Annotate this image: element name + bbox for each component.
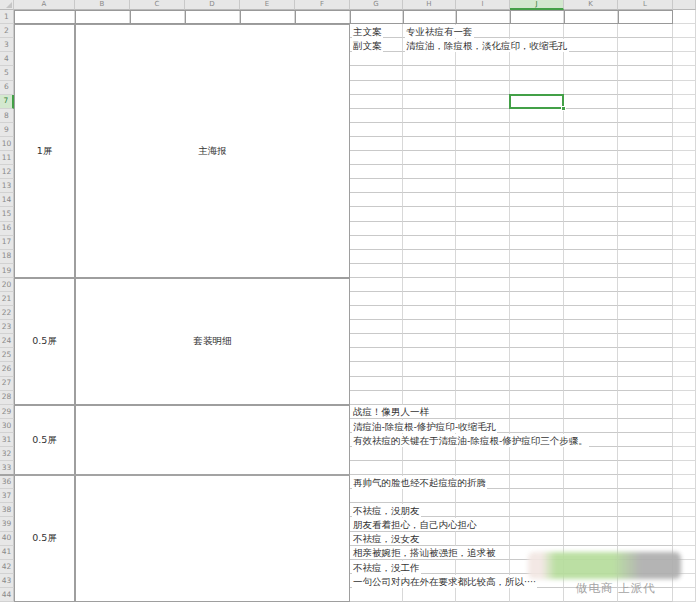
cell-M24[interactable] — [673, 334, 696, 348]
cell-M8[interactable] — [673, 109, 696, 123]
fill-handle[interactable] — [561, 106, 566, 111]
cell-M3[interactable] — [673, 38, 696, 52]
cell-K26[interactable] — [564, 362, 618, 376]
cell-H5[interactable] — [403, 66, 456, 80]
cell-G32[interactable] — [350, 447, 403, 461]
cell-M27[interactable] — [673, 377, 696, 391]
cell-J19[interactable] — [510, 264, 564, 278]
row-header-40[interactable]: 40 — [0, 532, 14, 546]
row-header-36[interactable]: 36 — [0, 475, 14, 489]
row-header-10[interactable]: 10 — [0, 137, 14, 151]
cell-G33[interactable] — [350, 461, 403, 475]
cell-L13[interactable] — [618, 179, 673, 193]
cell-M16[interactable] — [673, 222, 696, 236]
row-header-12[interactable]: 12 — [0, 165, 14, 179]
cell-J38[interactable] — [510, 503, 564, 517]
column-header-F[interactable]: F — [295, 0, 350, 10]
row-header-1[interactable]: 1 — [0, 10, 14, 24]
cell-G37[interactable] — [350, 489, 403, 503]
column-header-I[interactable]: I — [456, 0, 510, 10]
cell-H13[interactable] — [403, 179, 456, 193]
cell-M11[interactable] — [673, 151, 696, 165]
merged-cell-content-1[interactable]: 主海报 — [75, 24, 350, 278]
cell-I33[interactable] — [456, 461, 510, 475]
cell-I16[interactable] — [456, 222, 510, 236]
cell-K21[interactable] — [564, 292, 618, 306]
cell-M29[interactable] — [673, 405, 696, 419]
cell-G22[interactable] — [350, 306, 403, 320]
cell-L29[interactable] — [618, 405, 673, 419]
cell-K23[interactable] — [564, 320, 618, 334]
cell-H15[interactable] — [403, 207, 456, 221]
cell-J33[interactable] — [510, 461, 564, 475]
cell-text-G30[interactable]: 清痘油-除痘根-修护痘印-收缩毛孔 — [352, 420, 497, 433]
cell-H33[interactable] — [403, 461, 456, 475]
column-header-H[interactable]: H — [403, 0, 456, 10]
cell-J26[interactable] — [510, 362, 564, 376]
cell-G21[interactable] — [350, 292, 403, 306]
cell-J10[interactable] — [510, 137, 564, 151]
cell-K4[interactable] — [564, 52, 618, 66]
row-header-21[interactable]: 21 — [0, 292, 14, 306]
cell-J2[interactable] — [510, 24, 564, 38]
cell-K40[interactable] — [564, 532, 618, 546]
cell-H14[interactable] — [403, 193, 456, 207]
cell-L26[interactable] — [618, 362, 673, 376]
row-header-11[interactable]: 11 — [0, 151, 14, 165]
cell-J17[interactable] — [510, 236, 564, 250]
cell-K11[interactable] — [564, 151, 618, 165]
merged-cell-screen-3[interactable]: 0.5屏 — [14, 405, 75, 476]
row-header-16[interactable]: 16 — [0, 222, 14, 236]
cell-K30[interactable] — [564, 419, 618, 433]
cell-K25[interactable] — [564, 348, 618, 362]
cell-M31[interactable] — [673, 433, 696, 447]
cell-I24[interactable] — [456, 334, 510, 348]
cell-text-G36[interactable]: 再帅气的脸也经不起痘痘的折腾 — [352, 476, 487, 489]
cell-L24[interactable] — [618, 334, 673, 348]
cell-G8[interactable] — [350, 109, 403, 123]
cell-M1[interactable] — [673, 10, 696, 24]
cell-M18[interactable] — [673, 250, 696, 264]
cell-I20[interactable] — [456, 278, 510, 292]
cell-L25[interactable] — [618, 348, 673, 362]
cell-G6[interactable] — [350, 81, 403, 95]
cell-L39[interactable] — [618, 517, 673, 531]
cell-H26[interactable] — [403, 362, 456, 376]
cell-M15[interactable] — [673, 207, 696, 221]
cell-text-G40[interactable]: 不祛痘，没女友 — [352, 532, 421, 545]
cell-L31[interactable] — [618, 433, 673, 447]
cell-K16[interactable] — [564, 222, 618, 236]
cell-M6[interactable] — [673, 81, 696, 95]
cell-K28[interactable] — [564, 391, 618, 405]
cell-H23[interactable] — [403, 320, 456, 334]
cell-M37[interactable] — [673, 489, 696, 503]
cell-J5[interactable] — [510, 66, 564, 80]
cell-H37[interactable] — [403, 489, 456, 503]
cell-text-H3[interactable]: 清痘油，除痘根，淡化痘印，收缩毛孔 — [405, 39, 569, 52]
cell-H32[interactable] — [403, 447, 456, 461]
cell-G5[interactable] — [350, 66, 403, 80]
cell-K17[interactable] — [564, 236, 618, 250]
column-header-G[interactable]: G — [350, 0, 403, 10]
cell-K18[interactable] — [564, 250, 618, 264]
cell-H20[interactable] — [403, 278, 456, 292]
cell-L11[interactable] — [618, 151, 673, 165]
cell-L3[interactable] — [618, 38, 673, 52]
cell-K5[interactable] — [564, 66, 618, 80]
cell-J24[interactable] — [510, 334, 564, 348]
merged-cell-content-2[interactable]: 套装明细 — [75, 278, 350, 405]
cell-J8[interactable] — [510, 109, 564, 123]
cell-I44[interactable] — [456, 588, 510, 602]
cell-I37[interactable] — [456, 489, 510, 503]
row-header-13[interactable]: 13 — [0, 179, 14, 193]
cell-H9[interactable] — [403, 123, 456, 137]
cell-J40[interactable] — [510, 532, 564, 546]
cell-K20[interactable] — [564, 278, 618, 292]
row-header-23[interactable]: 23 — [0, 320, 14, 334]
cell-K15[interactable] — [564, 207, 618, 221]
cell-I5[interactable] — [456, 66, 510, 80]
cell-H12[interactable] — [403, 165, 456, 179]
cell-H28[interactable] — [403, 391, 456, 405]
cell-M5[interactable] — [673, 66, 696, 80]
merged-cell-content-3[interactable] — [75, 405, 350, 476]
